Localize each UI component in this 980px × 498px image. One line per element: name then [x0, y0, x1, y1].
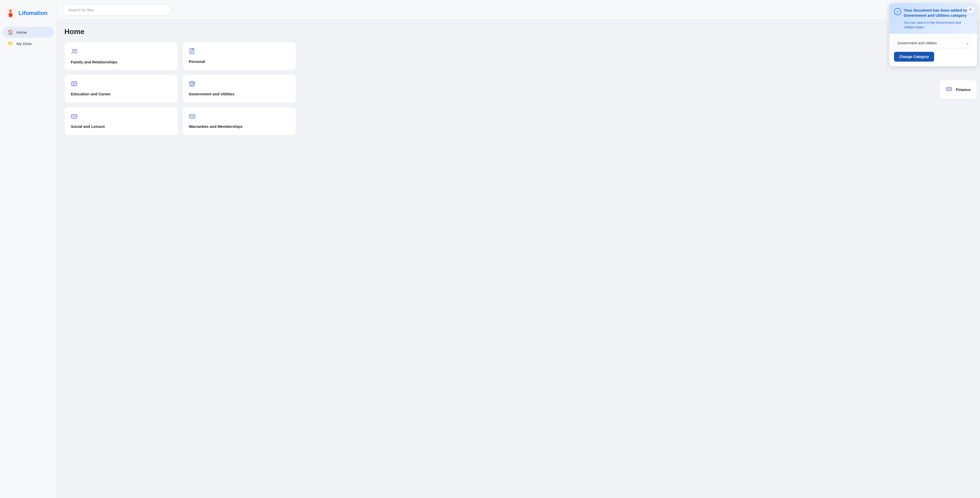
finance-card[interactable]: Finance — [940, 80, 977, 99]
info-icon: i — [894, 8, 901, 15]
logo-icon — [5, 8, 16, 19]
logo-area: Lifomation — [0, 5, 56, 26]
government-label: Government and Utilities — [189, 92, 290, 96]
family-icon — [71, 48, 172, 57]
close-icon: ✕ — [969, 8, 972, 11]
social-label: Social and Leisure — [71, 124, 172, 129]
category-card-personal[interactable]: Personal — [182, 42, 296, 70]
svg-rect-9 — [192, 83, 194, 85]
family-label: Family and Relationships — [71, 60, 172, 64]
svg-rect-12 — [947, 88, 952, 91]
change-category-button[interactable]: Change Category — [894, 52, 934, 62]
svg-point-1 — [9, 10, 12, 12]
sidebar-item-my-drive[interactable]: 📁 My Drive — [3, 38, 54, 49]
svg-point-2 — [72, 49, 75, 51]
svg-point-5 — [192, 49, 193, 50]
notification-close-button[interactable]: ✕ — [967, 6, 974, 13]
education-icon — [71, 80, 172, 89]
notification-body: Government and Utilities Family and Rela… — [889, 34, 977, 66]
sidebar-item-my-drive-label: My Drive — [16, 42, 32, 46]
notification-header: ✕ i Your document has been added to Gove… — [889, 3, 977, 34]
category-card-social[interactable]: Social and Leisure — [64, 107, 178, 135]
personal-label: Personal — [189, 59, 290, 64]
category-select[interactable]: Government and Utilities Family and Rela… — [894, 38, 972, 48]
svg-rect-11 — [189, 115, 195, 118]
search-input[interactable] — [63, 4, 171, 16]
notification-title: Your document has been added to Governme… — [904, 8, 972, 18]
categories-grid: Family and Relationships Personal — [64, 42, 296, 135]
sidebar-item-home-label: Home — [16, 30, 27, 35]
content-area: Home Family and Relationships — [57, 20, 980, 498]
sidebar: Lifomation 🏠 Home 📁 My Drive — [0, 0, 57, 498]
finance-icon — [946, 86, 952, 93]
finance-label: Finance — [956, 88, 970, 92]
category-card-government[interactable]: Government and Utilities — [182, 75, 296, 103]
category-select-wrapper: Government and Utilities Family and Rela… — [894, 38, 972, 48]
education-label: Education and Career — [71, 92, 172, 96]
government-icon — [189, 80, 290, 89]
notification-title-row: i Your document has been added to Govern… — [894, 8, 972, 18]
notification-panel: ✕ i Your document has been added to Gove… — [889, 3, 977, 66]
folder-icon: 📁 — [8, 41, 13, 46]
sidebar-item-home[interactable]: 🏠 Home — [3, 27, 54, 38]
category-card-education[interactable]: Education and Career — [64, 75, 178, 103]
social-icon — [71, 113, 172, 121]
svg-rect-8 — [191, 84, 192, 86]
main-content: Home Family and Relationships — [57, 0, 980, 498]
page-title: Home — [64, 27, 972, 36]
home-icon: 🏠 — [8, 29, 13, 35]
personal-icon — [189, 48, 290, 56]
top-bar — [57, 0, 980, 20]
warranties-label: Warranties and Memberships — [189, 124, 290, 129]
notification-subtitle: You can view it in the Government and Ut… — [904, 20, 972, 30]
category-card-family[interactable]: Family and Relationships — [64, 42, 178, 70]
warranties-icon — [189, 113, 290, 121]
svg-rect-10 — [72, 115, 77, 118]
category-card-warranties[interactable]: Warranties and Memberships — [182, 107, 296, 135]
app-name: Lifomation — [19, 10, 48, 16]
svg-point-3 — [75, 49, 77, 51]
sidebar-nav: 🏠 Home 📁 My Drive — [0, 26, 56, 49]
